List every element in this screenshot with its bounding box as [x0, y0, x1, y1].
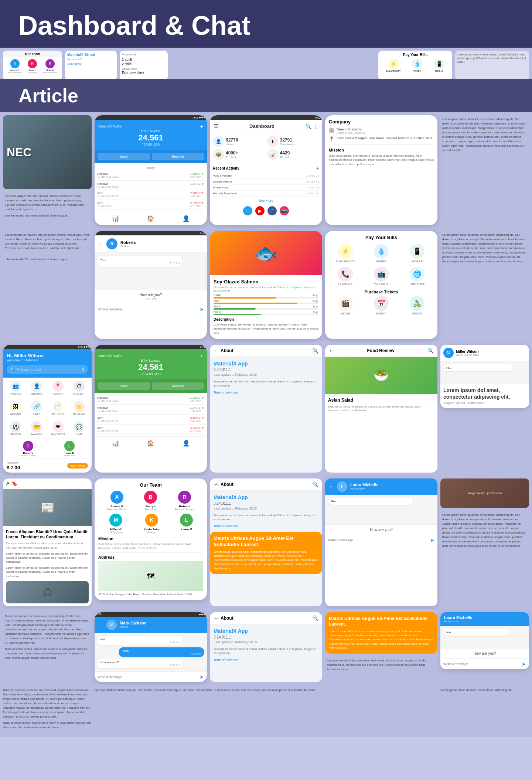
about3-terms[interactable]: Term of services [214, 658, 318, 662]
food-review-back-icon[interactable]: ← [329, 348, 334, 354]
cat-links[interactable]: 🔗 LINKS [27, 401, 46, 415]
wallet-green-nav-home[interactable]: 🏠 [147, 440, 154, 447]
bill-internet[interactable]: 🌐 INTERNET [401, 267, 434, 286]
mary-send-icon[interactable]: ➤ [200, 674, 204, 680]
ticket-event[interactable]: 📅 EVENT [365, 296, 398, 315]
dashboard-menu-icon[interactable]: ☰ [214, 123, 219, 130]
wallet-nav-chart[interactable]: 📊 [112, 215, 119, 222]
laura-back-icon[interactable]: ← [329, 484, 334, 490]
see-more[interactable]: See More [213, 197, 319, 204]
cat-nearby[interactable]: 📍 NEARBY [48, 381, 68, 395]
bill-water[interactable]: 💧 WATER [365, 244, 398, 263]
wallet-green-nav-chart[interactable]: 📊 [112, 440, 119, 447]
chat-roberts-input[interactable] [98, 307, 198, 311]
ticket-sport[interactable]: 🚴 SPORT [401, 296, 434, 315]
wallet-green-receive[interactable]: Receive [152, 382, 204, 390]
orange-title: Mauris Ultrices Augue Sit Amet Est Solli… [329, 616, 434, 627]
bill-landline[interactable]: 📞 LANDLINE [329, 267, 362, 286]
mary-input[interactable] [98, 675, 198, 679]
cat-payment[interactable]: 💳 PAYMENT [27, 421, 46, 436]
right-sidebar-2: Lorem ipsum dolor sit amet, consectetur … [440, 231, 529, 339]
wallet-receive-btn[interactable]: Receive [152, 153, 204, 160]
about-search-icon[interactable]: 🔍 [312, 348, 318, 354]
bill-mobile[interactable]: 📱 MOBILE [401, 244, 434, 263]
company-address-row: 📍 3265 Hinkle Deegan Lake Road, Dundee N… [329, 136, 434, 142]
about2-back-icon[interactable]: ← [214, 481, 219, 487]
wallet-header-blue: MaterialX Wallet + ETH Balance 24.561 / … [95, 120, 207, 150]
share-icon[interactable]: ↗ [5, 481, 10, 487]
left-sidebar-2: aliquet interdum mauris Nam bibendum eff… [3, 231, 92, 339]
about3-search-icon[interactable]: 🔍 [312, 615, 318, 621]
wallet-green-add-icon[interactable]: + [200, 353, 203, 359]
right-send-icon[interactable]: ➤ [522, 661, 526, 667]
cat-articles[interactable]: 📄 ARTICLES [48, 401, 68, 415]
cabin-class-label: Cabin class [122, 67, 166, 71]
team-member-avatar: A [10, 59, 20, 68]
ticket-movie[interactable]: 🎬 MOVIE [329, 296, 362, 315]
about2-term[interactable]: Term of services [214, 524, 318, 528]
wallet-green-nav-person[interactable]: 👤 [183, 440, 190, 447]
activity-add-icon[interactable]: + [316, 165, 319, 171]
back-arrow-icon[interactable]: ← [98, 241, 103, 247]
hi-search[interactable]: 🔍 Find our product ≡ [7, 365, 88, 374]
hi-search-text: Find our product [17, 368, 41, 371]
send-icon[interactable]: ➤ [200, 306, 204, 312]
bill-tv[interactable]: 📺 TV CABLE [365, 267, 398, 286]
wallet-balance-usd: / 24.89 USD [98, 143, 203, 146]
team-member-kevin: K Kevin John Manager [144, 514, 160, 534]
cat-friends[interactable]: 👥 FRIENDS [6, 381, 25, 395]
youtube-icon[interactable]: ▶ [255, 206, 265, 215]
dashboard-more-icon[interactable]: ⋮ [313, 123, 318, 129]
cat-sports[interactable]: ⚽ SPORTS [6, 421, 25, 436]
filter-icon[interactable]: ≡ [82, 367, 84, 372]
address-title: Address [98, 555, 203, 559]
facebook-icon[interactable]: f [267, 206, 277, 215]
laura-input[interactable] [328, 538, 428, 542]
heart-icon[interactable]: ♡ [429, 397, 434, 404]
balance-points[interactable]: 41.6 Points [67, 463, 88, 469]
about2-search-icon[interactable]: 🔍 [312, 481, 318, 487]
chat-roberts-card: 9:41 ← R Roberts Online Hi... 2:10 PM Ho… [95, 231, 207, 339]
wallet-balance-label: ETH Balance [98, 129, 203, 133]
bookmark-icon[interactable]: 🔖 [11, 481, 18, 487]
team-member-adams: A Adams G Executive Officer [107, 491, 127, 511]
cat-moment[interactable]: ⏱ MOMENT [69, 381, 89, 395]
right-lorem-text: Lorem ipsum dolor sit amet, consectetur … [440, 115, 529, 154]
about-version: 3.24.011.1 [214, 368, 318, 372]
stat-products-icon: 📦 [213, 149, 224, 160]
address-section: Address 🗺 3265 Hinkle Deegan Lake Road, … [98, 552, 203, 596]
dashboard-search-icon[interactable]: 🔍 [305, 123, 311, 129]
wallet-send-btn[interactable]: Send [98, 153, 150, 160]
instagram-icon[interactable]: 📷 [280, 206, 289, 215]
cat-chat[interactable]: 💬 CHAT [69, 421, 89, 436]
laura-msg-1: Hai... [328, 498, 413, 505]
term-of-services[interactable]: Term of services [214, 391, 318, 394]
movie-label: MOVIE [341, 312, 350, 315]
food-review-search-icon[interactable]: 🔍 [427, 348, 434, 354]
search-icon: 🔍 [10, 367, 15, 371]
wallet-green-send[interactable]: Send [98, 382, 150, 390]
cat-reviews[interactable]: ⭐ REVIEWS [69, 401, 89, 415]
wallet-transactions: Today Receive10 Jan 2018 11:00 1.525 ETH… [95, 163, 207, 212]
stat-views-icon: 👤 [213, 136, 224, 147]
wallet-nav-home[interactable]: 🏠 [147, 215, 154, 222]
right-laura-input[interactable] [443, 662, 520, 666]
laura-send-icon[interactable]: ➤ [430, 537, 434, 543]
twitter-icon[interactable]: 🐦 [243, 206, 252, 215]
wallet-nav-person[interactable]: 👤 [183, 215, 190, 222]
about3-back-icon[interactable]: ← [214, 615, 219, 621]
cat-groups[interactable]: 👤 GROUPS [27, 381, 46, 395]
activity-item-1: Post a Product 14 Feb 18 [213, 173, 319, 179]
movie-icon: 🎬 [338, 296, 353, 311]
article-para-2: Lorem dolor sit amet, consectetur adipis… [6, 566, 89, 578]
mary-msg-1: Hai... 6:08 PM [98, 636, 183, 646]
bill-electricity[interactable]: ⚡ ELECTRICITY [329, 244, 362, 263]
about-back-icon[interactable]: ← [214, 348, 219, 354]
mary-back-icon[interactable]: ← [98, 622, 103, 628]
mary-chat-header: ← M Mary Jackson Online [95, 617, 207, 633]
company-card: Company 🏢 Dream Space Inc. Addres App So… [325, 115, 437, 225]
cat-albums[interactable]: 🖼 ALBUMS [6, 401, 25, 415]
team-member-roberts: R Roberts Business Analyst [175, 491, 194, 511]
cat-favorites[interactable]: ❤ FAVORITES [48, 421, 68, 436]
wallet-add-icon[interactable]: + [200, 123, 203, 129]
